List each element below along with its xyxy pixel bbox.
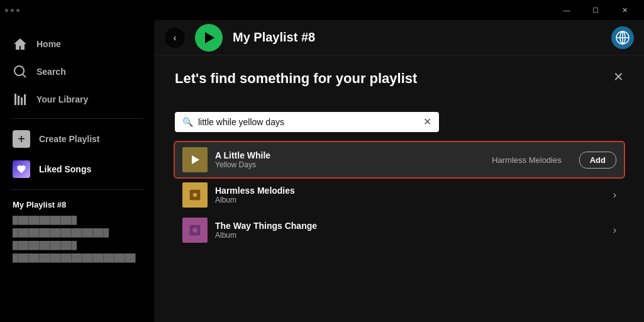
svg-rect-2 <box>21 97 23 105</box>
home-icon <box>13 36 28 52</box>
search-input[interactable] <box>198 117 418 127</box>
liked-songs-label: Liked Songs <box>39 164 91 174</box>
svg-rect-3 <box>24 94 26 105</box>
maximize-button[interactable]: ☐ <box>581 0 610 20</box>
sidebar-label-home: Home <box>36 39 61 49</box>
result-thumb-3 <box>182 218 208 243</box>
play-button[interactable] <box>195 24 223 52</box>
library-icon <box>13 92 28 107</box>
svg-point-11 <box>192 228 197 233</box>
sidebar-playlist-section: My Playlist #8 ████████████ ████████████… <box>0 200 154 264</box>
sidebar-playlist-item-1[interactable]: ████████████ <box>13 214 142 226</box>
dot-2 <box>11 9 14 12</box>
sidebar-item-create-playlist[interactable]: + Create Playlist <box>0 124 154 154</box>
search-bar-wrap: 🔍 ✕ <box>175 112 439 132</box>
play-icon <box>205 32 214 43</box>
title-bar-dots <box>5 9 19 12</box>
back-button[interactable]: ‹ <box>165 28 185 48</box>
sidebar-playlist-item-4[interactable]: ███████████████████████ <box>13 252 142 264</box>
sidebar-divider-2 <box>10 189 144 190</box>
add-song-button[interactable]: Add <box>579 152 616 169</box>
result-info-2: Harmless Melodies Album <box>215 186 606 204</box>
results-list: A Little While Yellow Days Harmless Melo… <box>175 142 624 248</box>
result-title-1: A Little While <box>215 150 484 160</box>
sidebar-playlist-title[interactable]: My Playlist #8 <box>13 200 142 209</box>
sidebar-item-library[interactable]: Your Library <box>0 86 154 113</box>
sidebar-item-home[interactable]: Home <box>0 30 154 58</box>
result-thumb-1 <box>182 147 208 172</box>
title-bar-controls: — ☐ ✕ <box>552 0 639 20</box>
globe-icon[interactable] <box>611 26 634 49</box>
result-row-3[interactable]: The Way Things Change Album › <box>175 213 624 248</box>
close-button[interactable]: ✕ <box>610 0 639 20</box>
result-thumb-2 <box>182 182 208 208</box>
find-panel: Let's find something for your playlist ✕… <box>155 55 644 322</box>
title-bar: — ☐ ✕ <box>0 0 644 20</box>
content-area: ‹ My Playlist #8 Let's find something fo… <box>155 20 644 322</box>
sidebar-label-library: Your Library <box>36 94 88 104</box>
close-panel-button[interactable]: ✕ <box>613 70 624 83</box>
find-heading: Let's find something for your playlist <box>175 70 417 87</box>
svg-rect-0 <box>14 94 16 105</box>
playlist-title: My Playlist #8 <box>233 30 601 45</box>
chevron-right-icon-3: › <box>613 225 616 236</box>
sidebar-divider-1 <box>10 118 144 119</box>
result-subtitle-3: Album <box>215 231 606 240</box>
result-subtitle-2: Album <box>215 196 606 204</box>
search-clear-button[interactable]: ✕ <box>423 117 431 127</box>
result-title-3: The Way Things Change <box>215 221 606 231</box>
sidebar-playlist-items: ████████████ ██████████████████ ████████… <box>13 214 142 264</box>
content-header: ‹ My Playlist #8 <box>155 20 644 55</box>
result-info-1: A Little While Yellow Days <box>215 150 484 169</box>
result-album-label: Harmless Melodies <box>492 155 562 165</box>
play-overlay-icon-1 <box>192 155 199 164</box>
sidebar-item-liked-songs[interactable]: Liked Songs <box>0 154 154 184</box>
svg-point-9 <box>193 193 197 197</box>
dot-1 <box>5 9 8 12</box>
main-layout: Home Search Your Library + Create Playli… <box>0 20 644 322</box>
sidebar-item-search[interactable]: Search <box>0 58 154 86</box>
sidebar-playlist-item-3[interactable]: ████████████ <box>13 240 142 251</box>
plus-icon: + <box>13 130 30 148</box>
result-row-1[interactable]: A Little While Yellow Days Harmless Melo… <box>175 142 624 177</box>
sidebar-playlist-item-2[interactable]: ██████████████████ <box>13 227 142 238</box>
result-row-2[interactable]: Harmless Melodies Album › <box>175 177 624 213</box>
svg-rect-1 <box>18 96 19 105</box>
chevron-right-icon-2: › <box>613 189 616 201</box>
sidebar-label-search: Search <box>36 67 66 77</box>
result-info-3: The Way Things Change Album <box>215 221 606 240</box>
create-playlist-label: Create Playlist <box>39 134 100 144</box>
search-bar-icon: 🔍 <box>182 117 193 127</box>
result-title-2: Harmless Melodies <box>215 186 606 196</box>
find-panel-header: Let's find something for your playlist ✕ <box>175 70 624 99</box>
sidebar: Home Search Your Library + Create Playli… <box>0 20 155 322</box>
result-subtitle-1: Yellow Days <box>215 160 484 169</box>
liked-songs-icon <box>13 160 30 178</box>
search-icon <box>13 64 28 79</box>
minimize-button[interactable]: — <box>552 0 581 20</box>
dot-3 <box>16 9 19 12</box>
